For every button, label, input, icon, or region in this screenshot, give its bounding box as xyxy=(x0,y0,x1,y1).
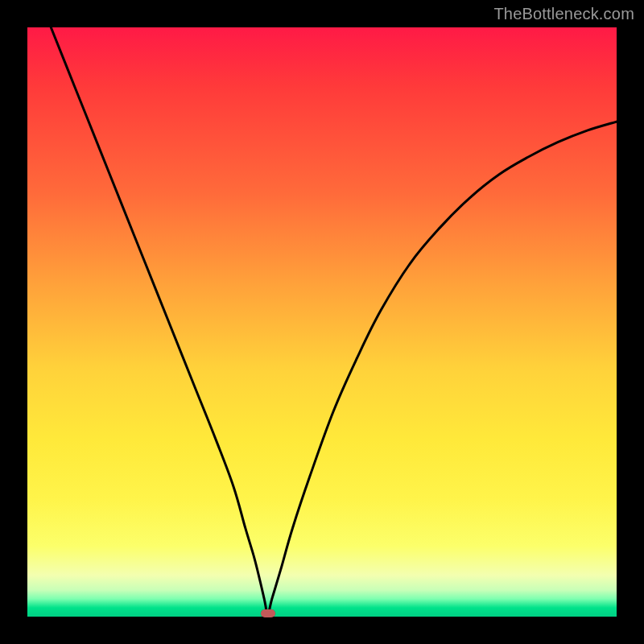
bottleneck-curve xyxy=(27,27,617,617)
chart-frame: TheBottleneck.com xyxy=(0,0,644,644)
watermark-text: TheBottleneck.com xyxy=(493,5,634,23)
minimum-marker xyxy=(261,609,275,617)
plot-area xyxy=(27,27,617,617)
